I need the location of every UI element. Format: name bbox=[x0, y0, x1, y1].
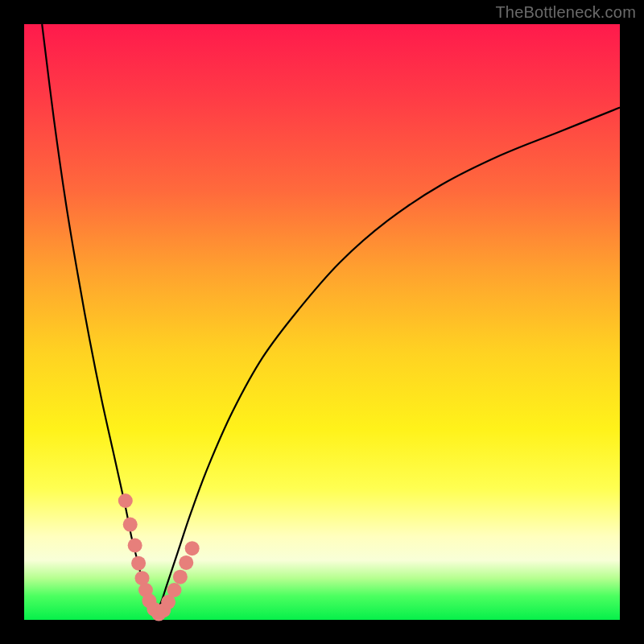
marker-point bbox=[128, 539, 142, 553]
curve-right bbox=[155, 108, 620, 614]
marker-point bbox=[185, 541, 200, 555]
marker-point bbox=[167, 583, 181, 597]
marker-group bbox=[118, 493, 200, 621]
chart-svg bbox=[24, 24, 620, 620]
marker-point bbox=[131, 556, 146, 571]
marker-point bbox=[123, 518, 138, 532]
curve-left bbox=[42, 24, 155, 614]
marker-point bbox=[118, 493, 133, 508]
watermark-text: TheBottleneck.com bbox=[495, 3, 636, 22]
marker-point bbox=[179, 555, 193, 570]
marker-point bbox=[173, 570, 188, 584]
plot-area bbox=[24, 24, 620, 620]
chart-frame: TheBottleneck.com bbox=[0, 0, 644, 644]
